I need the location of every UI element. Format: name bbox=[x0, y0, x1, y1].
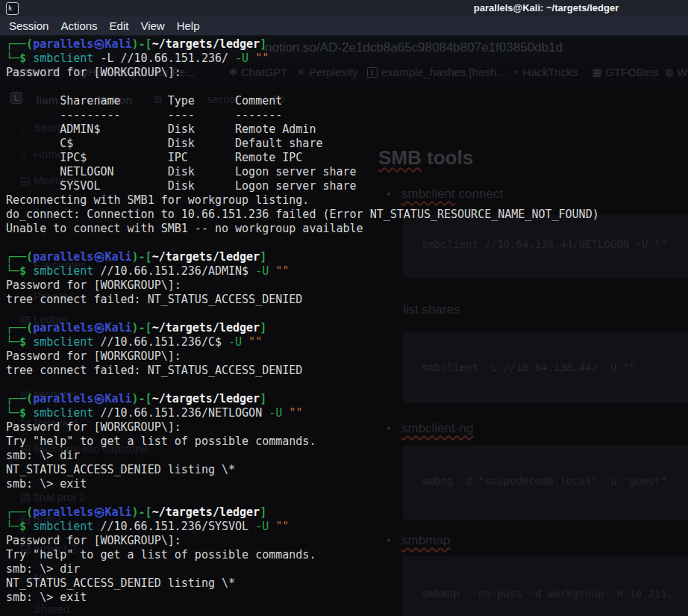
prompt-frame: )-[ bbox=[132, 321, 152, 335]
prompt-frame: ┌──( bbox=[6, 321, 33, 335]
command-string: "" bbox=[282, 406, 302, 420]
terminal-app-icon: k bbox=[6, 2, 19, 15]
command-line: └─$ smbclient -L //10.66.151.236/ -U "" bbox=[6, 52, 688, 66]
prompt-leader: └─$ bbox=[6, 264, 33, 278]
command-string: "" bbox=[242, 335, 262, 349]
prompt-frame: ] bbox=[260, 505, 266, 519]
prompt-line: ┌──(parallels㉿Kali)-[~/targets/ledger] bbox=[6, 505, 688, 520]
terminal-output-line: smb: \> exit bbox=[6, 477, 688, 491]
terminal-output-line: Sharename Type Comment bbox=[6, 94, 688, 108]
command-string: "" bbox=[248, 52, 269, 65]
terminal-output-line: Reconnecting with SMB1 for workgroup lis… bbox=[6, 193, 688, 208]
terminal-blank-line bbox=[6, 378, 688, 392]
prompt-frame: )-[ bbox=[132, 392, 152, 405]
terminal-output-line: smb: \> exit bbox=[6, 591, 688, 605]
command-args: //10.66.151.236/C$ bbox=[93, 335, 228, 349]
prompt-frame: ┌──( bbox=[6, 37, 33, 51]
prompt-line: ┌──(parallels㉿Kali)-[~/targets/ledger] bbox=[6, 250, 688, 264]
terminal-output-line: Password for [WORKGROUP\]: bbox=[6, 534, 688, 548]
prompt-path: ~/targets/ledger bbox=[152, 392, 260, 405]
prompt-user-host: parallels㉿Kali bbox=[33, 37, 131, 51]
command-flag: -U bbox=[228, 335, 242, 349]
prompt-frame: ] bbox=[260, 37, 266, 51]
window-title: parallels@Kali: ~/targets/ledger bbox=[474, 3, 619, 13]
prompt-frame: ] bbox=[260, 392, 266, 405]
command-flag: -U bbox=[255, 264, 269, 278]
menu-actions[interactable]: Actions bbox=[60, 16, 97, 36]
menu-session[interactable]: Session bbox=[9, 16, 49, 36]
prompt-leader: └─$ bbox=[6, 335, 33, 349]
prompt-user-host: parallels㉿Kali bbox=[33, 250, 131, 264]
prompt-frame: ┌──( bbox=[6, 505, 33, 519]
terminal-content-area[interactable]: ┌──(parallels㉿Kali)-[~/targets/ledger] └… bbox=[6, 37, 688, 605]
command-name: smbclient bbox=[33, 520, 93, 533]
prompt-path: ~/targets/ledger bbox=[152, 505, 260, 519]
terminal-output-line: Unable to connect with SMB1 -- no workgr… bbox=[6, 222, 688, 236]
terminal-output-line bbox=[6, 80, 688, 94]
terminal-output-line: smb: \> dir bbox=[6, 562, 688, 576]
titlebar[interactable]: k parallels@Kali: ~/targets/ledger bbox=[0, 0, 688, 16]
prompt-line: ┌──(parallels㉿Kali)-[~/targets/ledger] bbox=[6, 321, 688, 335]
command-args: //10.66.151.236/SYSVOL bbox=[93, 520, 255, 533]
prompt-user-host: parallels㉿Kali bbox=[33, 392, 131, 405]
terminal-output-line: Password for [WORKGROUP\]: bbox=[6, 349, 688, 364]
prompt-frame: )-[ bbox=[132, 250, 152, 264]
terminal-output-line: Password for [WORKGROUP\]: bbox=[6, 420, 688, 435]
terminal-blank-line bbox=[6, 236, 688, 250]
terminal-output-line: C$ Disk Default share bbox=[6, 137, 688, 151]
command-line: └─$ smbclient //10.66.151.236/NETLOGON -… bbox=[6, 406, 688, 420]
prompt-line: ┌──(parallels㉿Kali)-[~/targets/ledger] bbox=[6, 37, 688, 52]
prompt-path: ~/targets/ledger bbox=[152, 37, 260, 51]
command-name: smbclient bbox=[33, 264, 93, 278]
terminal-output-line: Password for [WORKGROUP\]: bbox=[6, 66, 688, 80]
prompt-frame: ] bbox=[260, 321, 266, 335]
command-flag: -U bbox=[255, 520, 269, 533]
command-name: smbclient bbox=[33, 52, 93, 65]
terminal-output-line: do_connect: Connection to 10.66.151.236 … bbox=[6, 208, 688, 222]
prompt-user-host: parallels㉿Kali bbox=[33, 321, 131, 335]
terminal-output-line: tree connect failed: NT_STATUS_ACCESS_DE… bbox=[6, 293, 688, 307]
prompt-leader: └─$ bbox=[6, 520, 33, 533]
menu-edit[interactable]: Edit bbox=[110, 16, 129, 36]
command-string: "" bbox=[269, 264, 289, 278]
terminal-output-line: Try "help" to get a list of possible com… bbox=[6, 435, 688, 449]
prompt-line: ┌──(parallels㉿Kali)-[~/targets/ledger] bbox=[6, 392, 688, 406]
terminal-output-line: smb: \> dir bbox=[6, 449, 688, 463]
terminal-output-line: SYSVOL Disk Logon server share bbox=[6, 179, 688, 193]
terminal-output-line: ADMIN$ Disk Remote Admin bbox=[6, 122, 688, 137]
command-line: └─$ smbclient //10.66.151.236/ADMIN$ -U … bbox=[6, 264, 688, 279]
prompt-user-host: parallels㉿Kali bbox=[33, 505, 131, 519]
terminal-blank-line bbox=[6, 307, 688, 321]
terminal-output-line: NT_STATUS_ACCESS_DENIED listing \* bbox=[6, 576, 688, 591]
terminal-output-line: Try "help" to get a list of possible com… bbox=[6, 548, 688, 562]
command-args: //10.66.151.236/ADMIN$ bbox=[93, 264, 255, 278]
terminal-blank-line bbox=[6, 491, 688, 505]
terminal-output-line: IPC$ IPC Remote IPC bbox=[6, 151, 688, 165]
prompt-leader: └─$ bbox=[6, 406, 33, 420]
screen: notion.so/AD-2e1dcb8a65c98084b807e1f0385… bbox=[0, 0, 688, 616]
command-flag: -U bbox=[235, 52, 248, 65]
menubar: Session Actions Edit View Help bbox=[0, 16, 688, 36]
command-line: └─$ smbclient //10.66.151.236/C$ -U "" bbox=[6, 335, 688, 349]
terminal-output-line: NT_STATUS_ACCESS_DENIED listing \* bbox=[6, 463, 688, 477]
terminal-output-line: --------- ---- ------- bbox=[6, 108, 688, 122]
command-name: smbclient bbox=[33, 335, 93, 349]
command-args: -L //10.66.151.236/ bbox=[93, 52, 235, 65]
command-line: └─$ smbclient //10.66.151.236/SYSVOL -U … bbox=[6, 520, 688, 534]
command-args: //10.66.151.236/NETLOGON bbox=[93, 406, 269, 420]
terminal-output-line: tree connect failed: NT_STATUS_ACCESS_DE… bbox=[6, 364, 688, 378]
prompt-frame: ] bbox=[260, 250, 266, 264]
menu-view[interactable]: View bbox=[140, 16, 164, 36]
prompt-path: ~/targets/ledger bbox=[152, 321, 260, 335]
prompt-path: ~/targets/ledger bbox=[152, 250, 260, 264]
command-flag: -U bbox=[269, 406, 282, 420]
prompt-frame: ┌──( bbox=[6, 392, 33, 405]
terminal-output-line: NETLOGON Disk Logon server share bbox=[6, 165, 688, 179]
prompt-frame: )-[ bbox=[132, 505, 152, 519]
terminal-output-line: Password for [WORKGROUP\]: bbox=[6, 279, 688, 293]
prompt-frame: ┌──( bbox=[6, 250, 33, 264]
command-string: "" bbox=[269, 520, 289, 533]
command-name: smbclient bbox=[33, 406, 93, 420]
prompt-leader: └─$ bbox=[6, 52, 33, 65]
menu-help[interactable]: Help bbox=[177, 16, 200, 36]
